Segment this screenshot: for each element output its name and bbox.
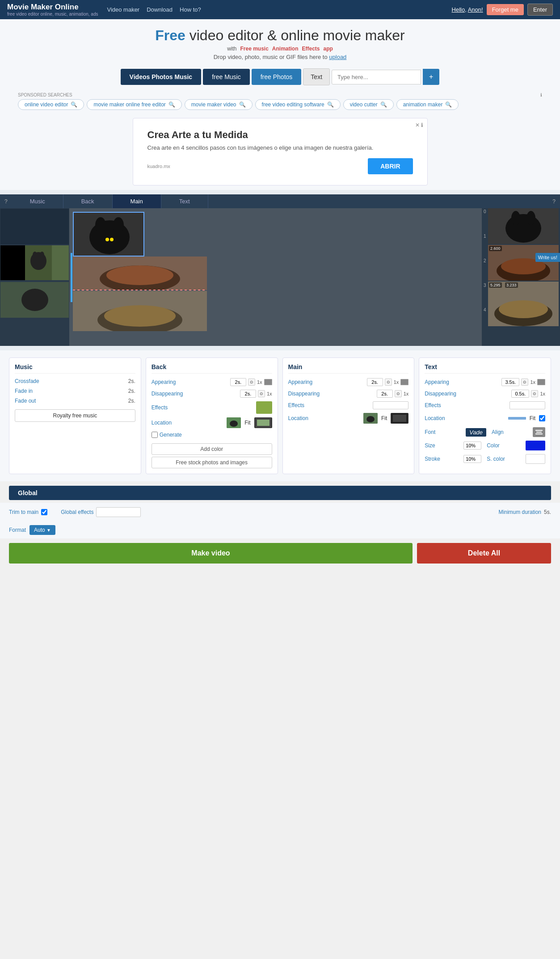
forget-me-button[interactable]: Forget me: [487, 4, 524, 15]
search-input[interactable]: [332, 70, 421, 84]
music-track: [0, 209, 69, 244]
align-button[interactable]: [533, 427, 545, 437]
text-button[interactable]: Text: [303, 68, 330, 85]
back-appearing-color[interactable]: [264, 379, 272, 385]
svg-point-33: [366, 416, 375, 422]
sponsored-tag-3[interactable]: free video editing software🔍: [255, 99, 341, 110]
sponsored-tag-1[interactable]: movie maker online free editor🔍: [87, 99, 181, 110]
trim-to-main-checkbox[interactable]: [41, 509, 47, 515]
canvas-left-tracks: [0, 208, 69, 346]
min-duration-item: Minimum duration 5s.: [499, 509, 551, 515]
editor-help-right[interactable]: ?: [548, 195, 560, 208]
canvas-preview: [69, 208, 482, 346]
main-disappearing-input[interactable]: [377, 390, 393, 398]
main-appearing-input[interactable]: [367, 378, 383, 386]
delete-all-button[interactable]: Delete All: [417, 543, 551, 564]
generate-checkbox[interactable]: [152, 432, 158, 438]
text-location-line[interactable]: [508, 417, 526, 420]
sponsored-tag-2[interactable]: movie maker video🔍: [185, 99, 253, 110]
back-disappearing-icon1[interactable]: ⊙: [258, 390, 265, 397]
free-stock-photos-button[interactable]: Free stock photos and images: [152, 457, 272, 468]
back-fit-button[interactable]: [254, 417, 272, 428]
main-appearing-icon1[interactable]: ⊙: [385, 379, 392, 386]
stroke-color-swatch[interactable]: [526, 454, 545, 464]
editor-help-left[interactable]: ?: [0, 195, 12, 208]
font-preview[interactable]: Vade: [466, 428, 486, 437]
main-location-thumb[interactable]: [363, 413, 378, 424]
hero-tags: with Free music Animation Effects app: [0, 46, 560, 52]
main-disappearing-icon1[interactable]: ⊙: [395, 390, 402, 397]
header-right: Hello, Anon! Forget me Enter: [452, 4, 553, 16]
svg-point-11: [110, 238, 114, 241]
fade-out-label: Fade out: [15, 398, 126, 404]
back-location-thumb[interactable]: [227, 417, 241, 428]
nav-download[interactable]: Download: [147, 6, 173, 13]
timeline-thumb-1: [488, 208, 559, 244]
size-input[interactable]: [463, 442, 481, 450]
header-nav: Video maker Download How to?: [107, 6, 201, 13]
back-appearing-input[interactable]: [230, 378, 246, 386]
main-effects-label: Effects: [288, 402, 371, 408]
tab-back[interactable]: Back: [63, 194, 113, 208]
logo-subtext: free video editor online, music, animati…: [7, 12, 98, 17]
nav-how-to[interactable]: How to?: [180, 6, 201, 13]
text-fit-checkbox[interactable]: [539, 415, 545, 421]
text-effects-input[interactable]: [509, 401, 545, 409]
add-color-button[interactable]: Add color: [152, 443, 272, 455]
search-plus-button[interactable]: +: [423, 69, 439, 85]
text-disappearing-input[interactable]: [511, 390, 529, 398]
tag-app[interactable]: app: [324, 46, 333, 52]
text-appearing-input[interactable]: [501, 378, 519, 386]
ad-open-button[interactable]: ABRIR: [368, 158, 413, 174]
tab-music[interactable]: Music: [12, 194, 63, 208]
svg-point-10: [105, 238, 109, 241]
sponsored-tag-4[interactable]: video cutter🔍: [343, 99, 394, 110]
tag-animation[interactable]: Animation: [272, 46, 299, 52]
videos-photos-music-button[interactable]: Videos Photos Music: [121, 69, 202, 85]
royalty-free-music-button[interactable]: Royalty free music: [15, 409, 135, 422]
text-disappearing-label: Disappearing: [425, 391, 509, 397]
main-disappearing-label: Disappearing: [288, 391, 375, 397]
free-photos-button[interactable]: free Photos: [252, 69, 302, 85]
sponsored-section: SPONSORED SEARCHES ℹ online video editor…: [0, 90, 560, 114]
ad-domain: kuadro.mx: [147, 164, 170, 169]
main-fit-button[interactable]: [391, 413, 408, 424]
main-panel-title: Main: [288, 363, 409, 374]
enter-button[interactable]: Enter: [527, 4, 553, 16]
tab-main[interactable]: Main: [113, 194, 161, 208]
min-duration-value: 5s.: [544, 509, 551, 515]
stroke-input[interactable]: [463, 455, 481, 463]
text-location-row: Location Fit: [425, 413, 545, 424]
global-effects-input[interactable]: [96, 507, 141, 517]
back-appearing-icon1[interactable]: ⊙: [248, 379, 255, 386]
write-us-button[interactable]: Write us!: [535, 253, 560, 262]
tag-effects[interactable]: Effects: [302, 46, 320, 52]
sponsored-tag-5[interactable]: animation maker🔍: [396, 99, 459, 110]
preview-cat-top: [73, 212, 144, 257]
svg-point-9: [113, 217, 124, 233]
format-auto-button[interactable]: Auto ▼: [29, 525, 55, 535]
back-effects-swatch[interactable]: [256, 401, 272, 414]
text-appearing-icon1[interactable]: ⊙: [521, 379, 528, 386]
svg-point-21: [526, 211, 535, 225]
back-disappearing-input[interactable]: [240, 390, 256, 398]
text-appearing-row: Appearing ⊙ 1x: [425, 378, 545, 386]
make-video-button[interactable]: Make video: [9, 543, 413, 564]
tab-text[interactable]: Text: [161, 194, 208, 208]
sponsored-tag-0[interactable]: online video editor🔍: [18, 99, 84, 110]
ad-description: Crea arte en 4 sencillos pasos con tus i…: [147, 144, 413, 151]
free-music-button[interactable]: free Music: [203, 69, 250, 85]
main-appearing-label: Appearing: [288, 379, 365, 385]
text-disappearing-icon1[interactable]: ⊙: [531, 390, 538, 397]
text-appearing-color[interactable]: [537, 379, 545, 385]
text-color-swatch[interactable]: [526, 441, 545, 450]
selection-indicator: [71, 253, 72, 302]
main-appearing-color[interactable]: [400, 379, 408, 385]
global-title: Global: [18, 489, 38, 496]
tag-free-music[interactable]: Free music: [240, 46, 268, 52]
ad-close-button[interactable]: ✕ ℹ: [415, 122, 423, 128]
main-effects-row: Effects: [288, 401, 409, 409]
main-effects-input[interactable]: [373, 401, 408, 409]
upload-link[interactable]: upload: [329, 54, 346, 60]
nav-video-maker[interactable]: Video maker: [107, 6, 139, 13]
